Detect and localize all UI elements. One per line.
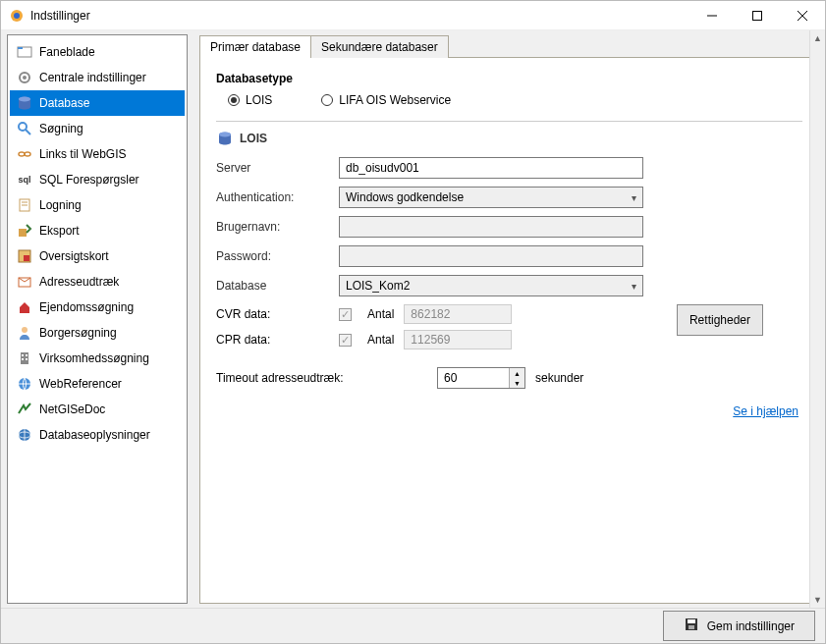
radio-label: LOIS [246,93,272,107]
database-name-label: Database [216,279,339,293]
tab-panel: Databasetype LOIS LIFA OIS Webservice [199,57,819,604]
select-value: LOIS_Kom2 [346,279,410,293]
save-button[interactable]: Gem indstillinger [663,611,815,641]
window-title: Indstillinger [30,9,689,23]
databasetype-radios: LOIS LIFA OIS Webservice [216,93,802,107]
gear-icon [16,69,33,86]
sidebar-item-label: SQL Forespørgsler [39,173,139,187]
tab-bar: Primær database Sekundære databaser [199,34,819,57]
sidebar-item-centrale[interactable]: Centrale indstillinger [10,65,185,90]
sidebar-item-faneblade[interactable]: Faneblade [10,39,185,65]
timeout-value[interactable]: 60 [438,368,509,388]
svg-rect-25 [22,354,24,356]
timeout-label: Timeout adresseudtræk: [216,371,437,385]
svg-rect-37 [688,625,694,629]
rights-button[interactable]: Rettigheder [677,304,763,336]
svg-point-1 [14,13,20,19]
sidebar-item-label: Links til WebGIS [39,147,126,161]
app-icon [9,8,25,24]
timeout-spinner[interactable]: 60 ▲ ▼ [437,367,525,389]
radio-label: LIFA OIS Webservice [339,93,451,107]
spinner-up-icon[interactable]: ▲ [510,368,524,378]
sidebar-item-label: Databaseoplysninger [39,428,150,442]
sidebar-item-sql[interactable]: sql SQL Forespørgsler [10,167,185,192]
sidebar-item-logning[interactable]: Logning [10,192,185,218]
tab-label: Sekundære databaser [321,40,438,54]
lois-section-header: LOIS [216,121,802,147]
window-body: Faneblade Centrale indstillinger Databas… [1,30,825,643]
address-icon [16,273,33,291]
svg-rect-36 [688,619,695,623]
radio-lifa[interactable]: LIFA OIS Webservice [321,93,451,107]
spinner-down-icon[interactable]: ▼ [510,378,524,388]
database-icon [16,94,33,112]
cpr-checkbox: ✓ [339,334,352,347]
svg-point-12 [19,123,27,131]
help-link[interactable]: Se i hjælpen [216,404,802,418]
sidebar-item-dboplysninger[interactable]: Databaseoplysninger [10,422,185,448]
select-value: Windows godkendelse [346,190,464,204]
sidebar-item-webref[interactable]: WebReferencer [10,371,185,397]
svg-rect-28 [26,358,28,360]
scroll-down-icon[interactable]: ▼ [810,592,825,608]
person-icon [16,324,33,342]
svg-rect-27 [22,358,24,360]
property-icon [16,298,33,316]
svg-rect-21 [24,255,29,261]
sidebar-item-oversigtskort[interactable]: Oversigtskort [10,243,185,269]
sidebar-item-eksport[interactable]: Eksport [10,218,185,243]
tab-primary-database[interactable]: Primær database [199,35,311,58]
sidebar-item-label: Eksport [39,224,80,238]
password-input [339,245,643,267]
authentication-select[interactable]: Windows godkendelse ▾ [339,187,643,208]
radio-indicator-selected-icon [228,94,240,106]
server-input[interactable] [339,157,643,179]
sidebar-item-sogning[interactable]: Søgning [10,116,185,141]
server-label: Server [216,161,339,175]
database-icon [216,130,234,147]
vertical-scrollbar[interactable]: ▲ ▼ [809,30,825,608]
sidebar-item-label: WebReferencer [39,377,122,391]
svg-rect-3 [753,11,762,20]
db-info-icon [16,426,33,444]
svg-rect-19 [19,229,27,237]
tab-secondary-databases[interactable]: Sekundære databaser [310,35,449,58]
minimize-button[interactable] [689,1,735,29]
password-label: Password: [216,249,339,263]
scroll-track[interactable] [810,46,825,592]
chevron-down-icon: ▾ [632,281,636,292]
section-title: LOIS [240,132,267,145]
web-icon [16,375,33,393]
sidebar-item-borger[interactable]: Borgersøgning [10,320,185,346]
sidebar-item-adresseudtraek[interactable]: Adresseudtræk [10,269,185,295]
database-select[interactable]: LOIS_Kom2 ▾ [339,275,643,296]
save-icon [684,617,699,635]
sidebar-item-database[interactable]: Database [10,90,185,116]
radio-lois[interactable]: LOIS [228,93,272,107]
building-icon [16,349,33,367]
svg-point-11 [19,97,30,102]
maximize-button[interactable] [735,1,780,29]
svg-point-14 [19,152,25,156]
svg-point-34 [219,133,231,137]
window-controls [689,1,825,29]
sidebar-item-netgis[interactable]: NetGISeDoc [10,397,185,422]
sidebar-item-label: Ejendomssøgning [39,300,134,314]
sidebar-item-virksomhed[interactable]: Virksomhedssøgning [10,346,185,371]
chevron-down-icon: ▾ [632,192,636,203]
radio-indicator-icon [321,94,333,106]
magnifier-icon [16,120,33,137]
link-icon [16,145,33,163]
log-icon [16,196,33,214]
svg-rect-26 [26,354,28,356]
sidebar-item-label: Borgersøgning [39,326,117,340]
sidebar-item-ejendom[interactable]: Ejendomssøgning [10,295,185,320]
footer: Gem indstillinger [1,608,825,643]
close-button[interactable] [780,1,825,29]
button-label: Rettigheder [689,313,750,327]
sidebar-item-links[interactable]: Links til WebGIS [10,141,185,167]
authentication-label: Authentication: [216,190,339,204]
sidebar-item-label: Centrale indstillinger [39,71,146,84]
antal-label: Antal [367,307,394,321]
svg-point-23 [22,327,28,333]
